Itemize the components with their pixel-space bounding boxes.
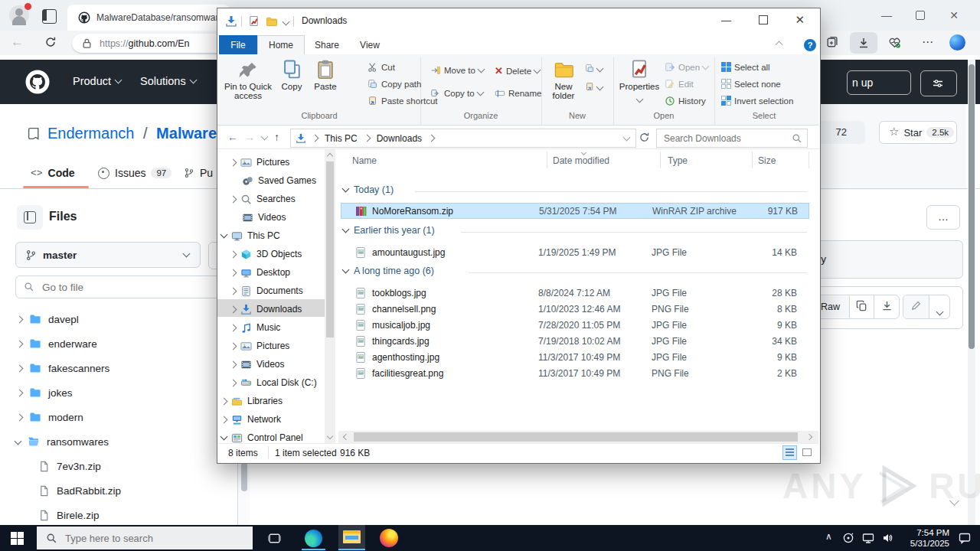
nav-forward-button[interactable]: → bbox=[244, 131, 255, 143]
search-box[interactable] bbox=[656, 129, 808, 148]
browser-back-button[interactable]: ← bbox=[11, 35, 24, 49]
copilot-icon[interactable] bbox=[949, 34, 965, 51]
page-scrollbar-thumb[interactable] bbox=[969, 64, 975, 349]
tree-item-libraries[interactable]: Libraries bbox=[221, 393, 322, 409]
qat-newfolder-button[interactable] bbox=[266, 15, 277, 27]
tray-recorder-icon[interactable] bbox=[842, 532, 854, 544]
edit-dropdown-button[interactable] bbox=[929, 295, 949, 318]
file-row-tookblogs[interactable]: tookblogs.jpg 8/8/2024 7:12 AM JPG File … bbox=[341, 285, 809, 301]
copy-button[interactable]: Copy bbox=[276, 59, 308, 91]
gh-tree-item-birele[interactable]: Birele.zip bbox=[38, 504, 222, 527]
task-view-icon[interactable] bbox=[268, 532, 281, 545]
rename-button[interactable]: Rename bbox=[495, 88, 541, 99]
tree-item-control-panel[interactable]: Control Panel bbox=[221, 429, 322, 443]
github-logo[interactable] bbox=[25, 70, 50, 94]
nav-back-button[interactable]: ← bbox=[227, 131, 238, 143]
column-header-type[interactable]: Type bbox=[668, 155, 688, 166]
collections-icon[interactable] bbox=[825, 36, 838, 49]
copy-to-button[interactable]: Copy to bbox=[430, 88, 483, 99]
select-none-button[interactable]: Select none bbox=[721, 79, 781, 89]
tree-item-saved-games[interactable]: Saved Games bbox=[242, 172, 323, 189]
paste-button[interactable]: Paste bbox=[309, 59, 341, 91]
browser-essentials-icon[interactable] bbox=[888, 36, 901, 49]
address-bar[interactable]: https://github.com/En bbox=[72, 34, 240, 53]
paste-shortcut-button[interactable]: Paste shortcut bbox=[368, 96, 438, 106]
group-header-today[interactable]: Today (1) bbox=[343, 184, 394, 195]
explorer-maximize-button[interactable] bbox=[759, 15, 768, 24]
browser-tab[interactable]: MalwareDatabase/ransomware bbox=[67, 5, 230, 31]
file-row-amountaugust[interactable]: amountaugust.jpg 1/19/2025 1:49 PM JPG F… bbox=[341, 244, 809, 260]
address-breadcrumb-bar[interactable]: This PC Downloads bbox=[290, 129, 636, 148]
tree-item-desktop[interactable]: Desktop bbox=[230, 264, 322, 281]
gh-tree-item-davepl[interactable]: davepl bbox=[11, 308, 225, 331]
sidebar-toggle-button[interactable] bbox=[17, 205, 43, 230]
properties-button[interactable]: Properties bbox=[619, 59, 660, 105]
nav-product[interactable]: Product bbox=[73, 75, 121, 87]
copy-raw-button[interactable] bbox=[850, 295, 874, 318]
taskbar-edge-icon[interactable] bbox=[305, 530, 322, 547]
tab-pull-requests[interactable]: Pu bbox=[184, 167, 213, 179]
branch-selector[interactable]: master bbox=[15, 242, 201, 268]
edit-button[interactable]: Edit bbox=[665, 79, 694, 90]
file-row-musicaljob[interactable]: musicaljob.jpg 7/28/2020 11:05 PM JPG Fi… bbox=[341, 317, 809, 333]
tree-item-downloads[interactable]: Downloads bbox=[230, 301, 322, 318]
header-settings-button[interactable] bbox=[920, 70, 957, 96]
gh-tree-item-enderware[interactable]: enderware bbox=[11, 332, 225, 355]
downloads-toolbar-button[interactable] bbox=[850, 32, 877, 54]
browser-restore-button[interactable] bbox=[910, 6, 931, 24]
ribbon-collapse-button[interactable] bbox=[776, 41, 783, 49]
file-row-nomoreransom[interactable]: NoMoreRansom.zip 5/31/2025 7:54 PM WinRA… bbox=[341, 203, 809, 219]
help-button[interactable]: ? bbox=[804, 39, 816, 51]
download-raw-button[interactable] bbox=[874, 295, 899, 318]
breadcrumb-downloads[interactable]: Downloads bbox=[377, 133, 422, 144]
tray-volume-icon[interactable] bbox=[882, 532, 894, 544]
nav-solutions[interactable]: Solutions bbox=[140, 75, 196, 87]
group-header-earlier[interactable]: Earlier this year (1) bbox=[343, 225, 435, 236]
pin-to-quick-access-button[interactable]: Pin to Quick access bbox=[224, 59, 273, 100]
tree-item-music[interactable]: Music bbox=[230, 319, 322, 336]
cut-button[interactable]: Cut bbox=[368, 62, 395, 73]
browser-close-button[interactable]: ✕ bbox=[943, 6, 965, 24]
qat-properties-button[interactable] bbox=[248, 15, 260, 27]
tab-code[interactable]: <> Code bbox=[31, 167, 75, 179]
star-button[interactable]: ☆ Star 2.5k bbox=[879, 121, 957, 144]
taskbar-search-box[interactable] bbox=[37, 527, 253, 549]
file-row-channelsell[interactable]: channelsell.png 1/10/2023 12:46 AM PNG F… bbox=[341, 301, 809, 317]
browser-menu-button[interactable]: ⋯ bbox=[919, 34, 937, 52]
browser-refresh-button[interactable] bbox=[44, 36, 57, 48]
new-item-button[interactable] bbox=[585, 64, 603, 73]
tree-item-pictures-qa[interactable]: Pictures bbox=[230, 154, 322, 171]
taskbar-clock[interactable]: 7:54 PM 5/31/2025 bbox=[902, 527, 949, 549]
gh-tree-item-7ev3n[interactable]: 7ev3n.zip bbox=[38, 455, 222, 478]
browser-minimize-button[interactable]: — bbox=[876, 6, 897, 24]
more-options-button[interactable]: … bbox=[926, 205, 960, 230]
taskbar-firefox-icon[interactable] bbox=[380, 529, 398, 547]
copy-path-button[interactable]: Copy path bbox=[368, 79, 421, 90]
gh-tree-item-fakescanners[interactable]: fakescanners bbox=[11, 357, 225, 380]
gh-tree-item-jokes[interactable]: jokes bbox=[11, 381, 225, 404]
tab-actions-icon[interactable] bbox=[42, 9, 57, 24]
tree-item-searches[interactable]: Searches bbox=[230, 191, 322, 207]
file-row-facilitiesgreat[interactable]: facilitiesgreat.png 11/3/2017 10:49 PM P… bbox=[341, 365, 809, 381]
tree-item-pictures[interactable]: Pictures bbox=[230, 337, 322, 354]
open-button[interactable]: Open bbox=[665, 62, 708, 73]
large-icons-view-button[interactable] bbox=[800, 445, 815, 460]
tree-item-videos[interactable]: Videos bbox=[230, 356, 322, 373]
breadcrumb-this-pc[interactable]: This PC bbox=[325, 133, 358, 144]
new-folder-button[interactable]: New folder bbox=[545, 59, 582, 100]
tree-item-this-pc[interactable]: This PC bbox=[221, 227, 322, 244]
tab-issues[interactable]: Issues 97 bbox=[98, 167, 172, 179]
tree-item-3d-objects[interactable]: 3D Objects bbox=[230, 246, 322, 262]
edit-file-button[interactable] bbox=[903, 295, 929, 318]
refresh-button[interactable] bbox=[639, 132, 650, 143]
taskbar-search-input[interactable] bbox=[64, 532, 235, 545]
ribbon-tab-share[interactable]: Share bbox=[305, 35, 349, 54]
tree-item-videos-qa[interactable]: Videos bbox=[242, 209, 323, 226]
group-header-longtimeago[interactable]: A long time ago (6) bbox=[343, 266, 434, 276]
explorer-close-button[interactable]: ✕ bbox=[795, 13, 805, 27]
taskbar-explorer-icon[interactable] bbox=[343, 530, 361, 544]
invert-selection-button[interactable]: Invert selection bbox=[721, 96, 793, 106]
sign-up-button[interactable]: n up bbox=[847, 70, 911, 95]
ribbon-tab-view[interactable]: View bbox=[349, 35, 390, 54]
tree-item-network[interactable]: Network bbox=[221, 411, 322, 428]
